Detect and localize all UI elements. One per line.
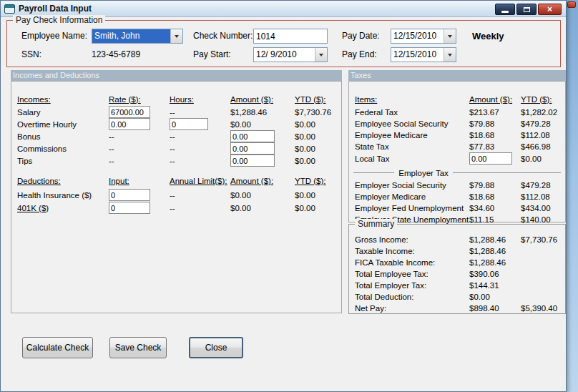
- bonus-amount-input[interactable]: [230, 130, 275, 142]
- overtime-rate-input[interactable]: [109, 118, 150, 130]
- incomes-deductions-panel: Incomes: Rate ($): Hours: Amount ($): YT…: [11, 81, 342, 313]
- income-rate: --: [109, 157, 170, 165]
- tax-ytd: $112.08: [521, 192, 565, 201]
- pay-date-picker[interactable]: 12/15/2010: [391, 29, 456, 44]
- pay-start-label: Pay Start:: [193, 47, 231, 62]
- taxes-section-header: Taxes: [348, 70, 566, 81]
- paycheck-info-groupbox: Pay Check Information Employee Name: Smi…: [6, 20, 561, 67]
- deduction-label: Health Insurance ($): [17, 191, 109, 200]
- calculate-check-button[interactable]: Calculate Check: [22, 337, 93, 358]
- local-tax-input[interactable]: [469, 152, 512, 165]
- income-label: Salary: [17, 108, 109, 117]
- income-amount: $0.00: [230, 120, 295, 129]
- summary-amount: $0.00: [469, 293, 521, 301]
- maximize-icon: [524, 7, 530, 12]
- deductions-header-row: Deductions: Input: Annual Limit($): Amou…: [11, 175, 341, 187]
- income-label: Tips: [17, 157, 109, 165]
- summary-label: FICA Taxable Income:: [355, 258, 469, 267]
- summary-ytd: $7,730.76: [521, 235, 565, 244]
- chevron-down-icon: [319, 54, 323, 57]
- tax-label: Local Tax: [355, 155, 469, 163]
- tax-row-employee-medicare: Employee Medicare $18.68 $112.08: [349, 129, 565, 141]
- summary-amount: $144.31: [469, 281, 521, 290]
- maximize-button[interactable]: [516, 4, 537, 15]
- window-title: Payroll Data Input: [19, 4, 92, 14]
- deduction-limit: --: [170, 191, 230, 200]
- summary-amount: $1,288.46: [469, 235, 521, 244]
- deduction-401k-link[interactable]: 401K ($): [17, 204, 109, 212]
- deduction-amount: $0.00: [230, 191, 295, 200]
- pay-date-dropdown-button[interactable]: [444, 29, 456, 43]
- income-rate: --: [109, 144, 170, 153]
- health-insurance-input[interactable]: [109, 189, 150, 201]
- tax-label: Employer Medicare: [355, 192, 469, 201]
- tax-amount: $79.88: [469, 181, 521, 190]
- ytd-col-header: YTD ($):: [295, 95, 341, 104]
- caption-buttons: ×: [495, 4, 562, 15]
- tax-label: State Tax: [355, 142, 469, 151]
- check-number-input[interactable]: [253, 29, 328, 44]
- pay-start-value: 12/ 9/2010: [254, 48, 315, 62]
- ssn-label: SSN:: [21, 47, 41, 62]
- income-ytd: $0.00: [295, 132, 341, 141]
- taxes-panel: Items: Amount ($): YTD ($): Federal Tax …: [348, 81, 566, 222]
- tax-label: Employee Medicare: [355, 131, 469, 139]
- deduction-row-health-insurance: Health Insurance ($) -- $0.00 $0.00: [11, 189, 341, 201]
- check-number-label: Check Number:: [193, 29, 253, 44]
- minimize-button[interactable]: [495, 4, 515, 15]
- 401k-input[interactable]: [109, 202, 150, 214]
- tax-ytd: $434.00: [521, 204, 565, 212]
- input-col-header: Input:: [109, 177, 170, 185]
- overtime-hours-input[interactable]: [170, 118, 208, 130]
- save-check-button[interactable]: Save Check: [109, 337, 167, 358]
- tax-row-federal: Federal Tax $213.67 $1,282.02: [349, 106, 565, 118]
- amount-col-header: Amount ($):: [230, 95, 295, 104]
- employee-name-dropdown-button[interactable]: [170, 29, 182, 43]
- tax-amount: $18.68: [469, 131, 521, 139]
- commissions-amount-input[interactable]: [230, 142, 275, 155]
- deduction-ytd: $0.00: [295, 191, 341, 200]
- tax-row-employer-ss: Employer Social Security $79.88 $479.28: [349, 179, 565, 191]
- income-hours: --: [170, 144, 230, 153]
- tax-amount: $34.60: [469, 204, 521, 212]
- close-button[interactable]: ×: [538, 4, 562, 15]
- chevron-down-icon: [448, 35, 452, 38]
- income-amount: $1,288.46: [230, 108, 295, 117]
- pay-end-picker[interactable]: 12/15/2010: [391, 47, 456, 62]
- income-ytd: $7,730.76: [295, 108, 341, 117]
- tax-ytd: $0.00: [521, 155, 565, 163]
- tax-ytd: $479.28: [521, 181, 565, 190]
- income-row-bonus: Bonus -- -- $0.00: [11, 130, 341, 142]
- paycheck-info-legend: Pay Check Information: [13, 15, 105, 25]
- summary-amount: $1,288.46: [469, 247, 521, 255]
- summary-label: Total Employee Tax:: [355, 270, 469, 278]
- rate-col-header: Rate ($):: [109, 95, 170, 104]
- pay-date-value: 12/15/2010: [391, 29, 444, 43]
- summary-amount: $390.06: [469, 270, 521, 278]
- deduction-ytd: $0.00: [295, 204, 341, 212]
- chevron-down-icon: [448, 54, 452, 57]
- amount-col-header: Amount ($):: [469, 95, 521, 104]
- pay-end-dropdown-button[interactable]: [444, 48, 456, 62]
- pay-start-dropdown-button[interactable]: [315, 48, 327, 62]
- tax-amount: $77.83: [469, 142, 521, 151]
- chevron-down-icon: [175, 35, 179, 38]
- summary-legend: Summary: [355, 219, 397, 229]
- summary-row-employee-tax: Total Employee Tax: $390.06: [349, 268, 565, 280]
- tax-label: Employee Social Security: [355, 119, 469, 128]
- deduction-limit: --: [170, 204, 230, 212]
- tips-amount-input[interactable]: [230, 155, 275, 167]
- salary-rate-input[interactable]: [109, 106, 150, 118]
- close-icon: ×: [547, 5, 552, 14]
- close-dialog-button[interactable]: Close: [189, 337, 243, 358]
- employee-name-label: Employee Name:: [21, 29, 87, 44]
- employee-name-combobox[interactable]: Smith, John: [92, 29, 183, 44]
- tax-row-employer-fed-unemployment: Employer Fed Unemployment $34.60 $434.00: [349, 202, 565, 214]
- income-label: Overtime Hourly: [17, 120, 109, 129]
- summary-row-net-pay: Net Pay: $898.40 $5,390.40: [349, 302, 565, 314]
- app-icon: [4, 4, 15, 14]
- income-hours: --: [170, 108, 230, 117]
- income-row-tips: Tips -- -- $0.00: [11, 155, 341, 167]
- pay-start-picker[interactable]: 12/ 9/2010: [253, 47, 328, 62]
- income-ytd: $0.00: [295, 120, 341, 129]
